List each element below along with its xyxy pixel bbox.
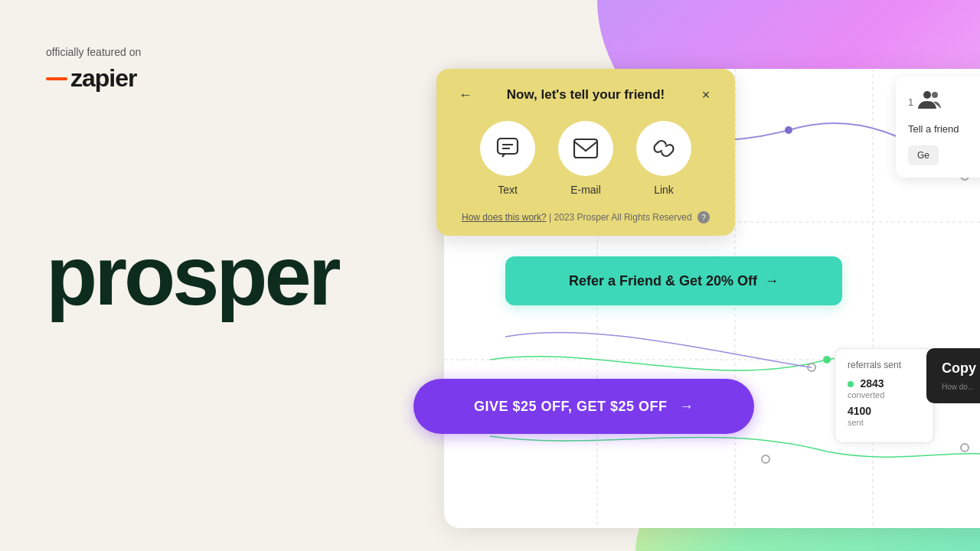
svg-point-9 xyxy=(961,444,969,452)
copy-footer: How do... xyxy=(942,383,980,391)
email-icon-circle xyxy=(558,121,613,176)
svg-point-7 xyxy=(823,356,831,364)
tell-friend-label: Tell a friend xyxy=(908,122,980,136)
footer-info: ? xyxy=(697,211,710,223)
share-dialog: ← Now, let's tell your friend! × Text xyxy=(436,69,735,236)
prosper-brand-name: prosper xyxy=(46,233,338,318)
prosper-logo-section: prosper xyxy=(46,233,338,318)
sent-stats-row: 4100 sent xyxy=(848,404,921,427)
dialog-back-button[interactable]: ← xyxy=(455,84,476,106)
share-options: Text E-mail xyxy=(455,121,717,196)
copy-card: Copy How do... xyxy=(926,348,980,403)
dialog-close-button[interactable]: × xyxy=(695,84,717,106)
stats-title: referrals sent xyxy=(848,360,921,370)
info-icon: ? xyxy=(697,211,710,223)
sent-value: 4100 xyxy=(848,405,871,417)
sent-label: sent xyxy=(848,418,921,427)
footer-copyright: 2023 Prosper All Rights Reserved xyxy=(554,212,692,223)
link-label: Link xyxy=(654,184,674,196)
share-option-email[interactable]: E-mail xyxy=(558,121,613,196)
link-icon-circle xyxy=(636,121,691,176)
text-icon-circle xyxy=(480,121,535,176)
svg-rect-14 xyxy=(574,139,597,158)
zapier-section: officially featured on zapier xyxy=(46,46,141,93)
get-button[interactable]: Ge xyxy=(908,145,939,165)
dialog-header: ← Now, let's tell your friend! × xyxy=(455,84,717,106)
step-number: 1 xyxy=(908,96,913,108)
share-option-link[interactable]: Link xyxy=(636,121,691,196)
give-discount-arrow: → xyxy=(680,399,694,415)
text-label: Text xyxy=(498,184,518,196)
zapier-text: zapier xyxy=(70,64,136,93)
tell-friend-card: 1 Tell a friend Ge xyxy=(896,77,980,178)
give-discount-button[interactable]: GIVE $25 OFF, GET $25 OFF → xyxy=(413,379,754,434)
converted-label: converted xyxy=(848,390,921,399)
svg-point-8 xyxy=(762,455,769,463)
converted-value: 2843 xyxy=(860,377,884,390)
give-discount-label: GIVE $25 OFF, GET $25 OFF xyxy=(474,399,668,415)
mockup-area: ← Now, let's tell your friend! × Text xyxy=(413,31,980,536)
zapier-dash-icon xyxy=(46,77,67,80)
converted-stats-row: 2843 converted xyxy=(848,377,921,399)
refer-friend-arrow: → xyxy=(765,273,779,289)
refer-friend-button[interactable]: Refer a Friend & Get 20% Off → xyxy=(505,256,842,305)
share-option-text[interactable]: Text xyxy=(480,121,535,196)
dialog-footer: How does this work? | 2023 Prosper All R… xyxy=(455,211,717,223)
zapier-logo: zapier xyxy=(46,64,141,93)
stats-card: referrals sent 2843 converted 4100 sent xyxy=(835,348,934,443)
email-label: E-mail xyxy=(570,184,601,196)
svg-point-5 xyxy=(785,126,792,134)
svg-point-16 xyxy=(932,92,938,98)
svg-point-15 xyxy=(923,91,931,99)
copy-label: Copy xyxy=(942,360,980,377)
converted-dot xyxy=(848,381,854,387)
svg-rect-11 xyxy=(498,139,518,154)
refer-friend-label: Refer a Friend & Get 20% Off xyxy=(569,273,757,289)
users-icon xyxy=(918,89,942,115)
zapier-label: officially featured on xyxy=(46,46,141,58)
how-does-this-work-link[interactable]: How does this work? xyxy=(462,212,547,223)
dialog-title: Now, let's tell your friend! xyxy=(476,87,695,103)
tell-friend-header: 1 xyxy=(908,89,980,115)
